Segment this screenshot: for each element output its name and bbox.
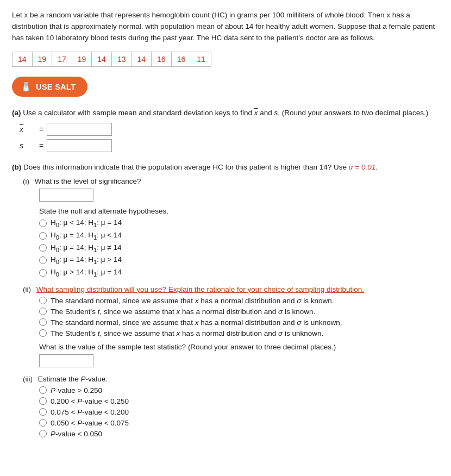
hypothesis-option-1-text: H0: μ < 14; H1: μ = 14 [51, 218, 122, 228]
alpha-value: α = 0.01 [349, 163, 375, 171]
hypothesis-option-3-text: H0: μ = 14; H1: μ ≠ 14 [51, 243, 121, 253]
s-label: s [20, 141, 36, 150]
part-ii-question-text: What sampling distribution will you use?… [36, 285, 364, 293]
sampling-option-2[interactable]: The Student's t, since we assume that x … [39, 308, 439, 316]
hypothesis-radio-4[interactable] [39, 256, 47, 264]
sampling-radio-3[interactable] [39, 318, 47, 326]
part-b-ii: (ii) What sampling distribution will you… [23, 285, 439, 367]
sampling-option-1[interactable]: The standard normal, since we assume tha… [39, 297, 439, 305]
pvalue-option-2-text: 0.200 < P-value < 0.250 [51, 397, 129, 405]
part-b-i: (i) What is the level of significance? S… [23, 177, 439, 277]
test-stat-input[interactable] [39, 354, 93, 367]
sampling-option-2-text: The Student's t, since we assume that x … [51, 308, 315, 316]
pvalue-options: P-value > 0.250 0.200 < P-value < 0.250 … [39, 386, 439, 438]
hypotheses-options: H0: μ < 14; H1: μ = 14 H0: μ = 14; H1: μ… [39, 218, 439, 277]
pvalue-option-3-text: 0.075 < P-value < 0.200 [51, 408, 129, 416]
hypotheses-label: State the null and alternate hypotheses. [39, 207, 439, 215]
part-b-label: (b) [12, 163, 21, 171]
hypothesis-option-5-text: H0: μ > 14; H1: μ = 14 [51, 268, 122, 278]
pvalue-radio-4[interactable] [39, 419, 47, 427]
sampling-option-3[interactable]: The standard normal, since we assume tha… [39, 318, 439, 327]
part-a-label: (a) [12, 109, 21, 117]
part-b-iii: (iii) Estimate the P-value. P-value > 0.… [23, 375, 439, 438]
pvalue-option-3[interactable]: 0.075 < P-value < 0.200 [39, 408, 439, 416]
test-stat-question: What is the value of the sample test sta… [39, 343, 439, 351]
sampling-option-3-text: The standard normal, since we assume tha… [51, 318, 342, 327]
use-salt-button[interactable]: 🧂 USE SALT [12, 77, 87, 97]
part-a-question: (a) Use a calculator with sample mean an… [12, 108, 439, 118]
hypothesis-option-4[interactable]: H0: μ = 14; H1: μ > 14 [39, 255, 439, 265]
hypothesis-option-4-text: H0: μ = 14; H1: μ > 14 [51, 255, 122, 265]
use-salt-label: USE SALT [36, 82, 76, 91]
part-ii-roman: (ii) [23, 285, 31, 293]
sampling-option-4-text: The Student's t, since we assume that x … [51, 329, 323, 337]
part-a: (a) Use a calculator with sample mean an… [12, 108, 439, 152]
pvalue-option-4[interactable]: 0.050 < P-value < 0.075 [39, 419, 439, 427]
pvalue-option-5[interactable]: P-value < 0.050 [39, 430, 439, 438]
xbar-row: x = [20, 123, 439, 136]
xbar-label: x [20, 125, 36, 134]
pvalue-option-5-text: P-value < 0.050 [51, 430, 102, 438]
part-iii-question: (iii) Estimate the P-value. [23, 375, 439, 383]
hypothesis-radio-5[interactable] [39, 269, 47, 277]
hypothesis-option-2-text: H0: μ = 14; H1: μ < 14 [51, 231, 122, 241]
data-table: 14191719141314161611 [12, 52, 211, 67]
sampling-option-1-text: The standard normal, since we assume tha… [51, 297, 334, 305]
part-b: (b) Does this information indicate that … [12, 162, 439, 438]
hypothesis-radio-3[interactable] [39, 244, 47, 252]
part-i-roman: (i) [23, 177, 29, 185]
pvalue-option-1-text: P-value > 0.250 [51, 386, 102, 394]
s-row: s = [20, 139, 439, 152]
hypothesis-option-3[interactable]: H0: μ = 14; H1: μ ≠ 14 [39, 243, 439, 253]
part-iii-roman: (iii) [23, 375, 33, 383]
sampling-radio-4[interactable] [39, 329, 47, 337]
pvalue-radio-1[interactable] [39, 386, 47, 394]
intro-text: Let x be a random variable that represen… [12, 10, 439, 44]
pvalue-radio-5[interactable] [39, 430, 47, 437]
hypothesis-radio-2[interactable] [39, 232, 47, 240]
pvalue-option-4-text: 0.050 < P-value < 0.075 [51, 419, 129, 427]
sampling-dist-options: The standard normal, since we assume tha… [39, 297, 439, 337]
s-equals: = [39, 141, 43, 150]
hypothesis-radio-1[interactable] [39, 220, 47, 227]
part-ii-question: (ii) What sampling distribution will you… [23, 285, 439, 293]
part-i-question: (i) What is the level of significance? [23, 177, 439, 185]
part-b-question: (b) Does this information indicate that … [12, 162, 439, 173]
salt-icon: 🧂 [21, 82, 32, 92]
sampling-option-4[interactable]: The Student's t, since we assume that x … [39, 329, 439, 337]
xbar-input[interactable] [47, 123, 112, 136]
pvalue-option-2[interactable]: 0.200 < P-value < 0.250 [39, 397, 439, 405]
pvalue-option-1[interactable]: P-value > 0.250 [39, 386, 439, 394]
pvalue-radio-2[interactable] [39, 397, 47, 405]
significance-input[interactable] [39, 189, 93, 202]
sampling-radio-2[interactable] [39, 308, 47, 315]
hypothesis-option-5[interactable]: H0: μ > 14; H1: μ = 14 [39, 268, 439, 278]
pvalue-radio-3[interactable] [39, 408, 47, 416]
s-input[interactable] [47, 139, 112, 152]
xbar-equals: = [39, 125, 43, 134]
sampling-radio-1[interactable] [39, 297, 47, 304]
hypothesis-option-2[interactable]: H0: μ = 14; H1: μ < 14 [39, 231, 439, 241]
hypothesis-option-1[interactable]: H0: μ < 14; H1: μ = 14 [39, 218, 439, 228]
